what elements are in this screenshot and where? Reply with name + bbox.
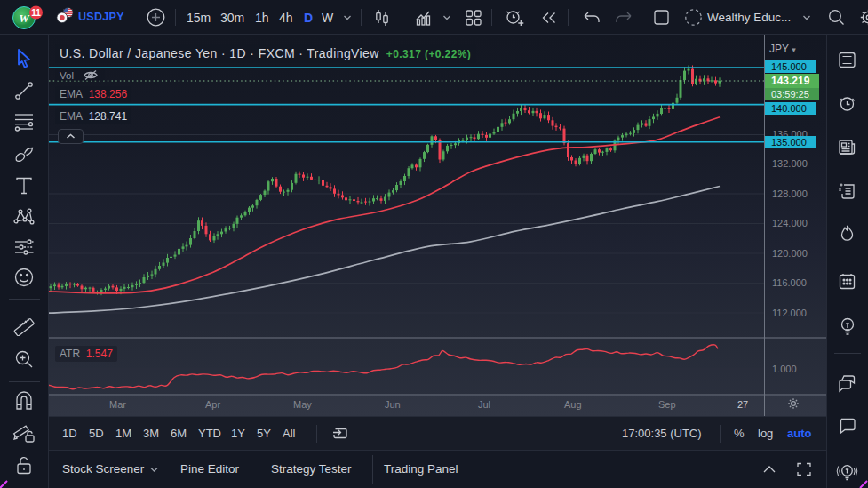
svg-text:11: 11 (31, 8, 41, 18)
svg-text:W: W (19, 12, 30, 25)
